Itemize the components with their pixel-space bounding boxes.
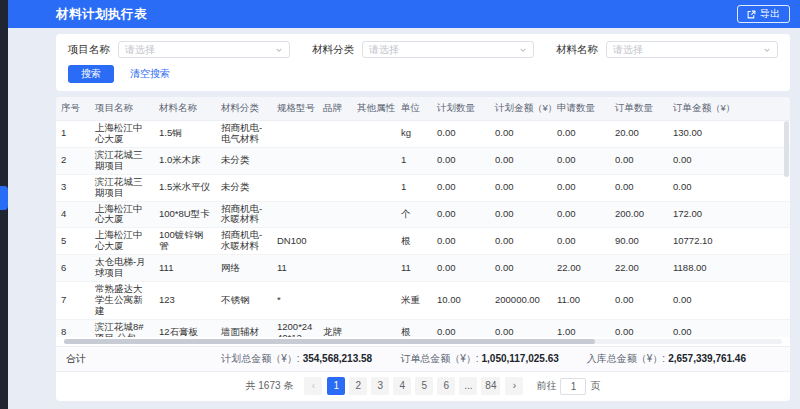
table-cell: 1.5铜 bbox=[154, 121, 216, 148]
table-cell: 10772.10 bbox=[668, 228, 790, 255]
table-cell: 滨江花城8#项目-分包 bbox=[90, 319, 154, 337]
main-area: 材料计划执行表 导出 项目名称 请选择 bbox=[8, 0, 800, 409]
table-cell: 个 bbox=[396, 201, 432, 228]
goto-page-input[interactable] bbox=[560, 378, 586, 395]
export-label: 导出 bbox=[760, 9, 780, 19]
column-header: 订单数量 bbox=[610, 97, 668, 121]
table-row: 6太仓电梯-月球项目111网络11110.000.0022.0022.00118… bbox=[56, 255, 790, 282]
select-placeholder: 请选择 bbox=[613, 43, 643, 57]
search-button[interactable]: 搜索 bbox=[68, 65, 114, 83]
table-cell: 200000.00 bbox=[490, 282, 552, 320]
next-page-button[interactable]: › bbox=[505, 377, 523, 395]
clear-search-link[interactable]: 清空搜索 bbox=[130, 67, 170, 81]
table-cell: 0.00 bbox=[610, 319, 668, 337]
table-row: 1上海松江中心大厦1.5铜招商机电-电气材料kg0.000.000.0020.0… bbox=[56, 121, 790, 148]
table-cell: 米重 bbox=[396, 282, 432, 320]
table-cell: 130.00 bbox=[668, 121, 790, 148]
table-cell bbox=[318, 174, 352, 201]
table-cell: 招商机电-电气材料 bbox=[216, 121, 272, 148]
table-cell: 0.00 bbox=[432, 121, 490, 148]
content-area: 项目名称 请选择 材料分类 请选择 bbox=[8, 28, 800, 409]
table-cell: 0.00 bbox=[552, 147, 610, 174]
table-cell: 0.00 bbox=[668, 319, 790, 337]
table-row: 3滨江花城三期项目1.5米水平仪未分类10.000.000.000.000.00 bbox=[56, 174, 790, 201]
table-cell: 3 bbox=[56, 174, 90, 201]
filter-actions: 搜索 清空搜索 bbox=[68, 65, 778, 83]
table-cell: 0.00 bbox=[490, 174, 552, 201]
pagination-pages: 123456...84 bbox=[327, 377, 500, 395]
table-cell: 未分类 bbox=[216, 174, 272, 201]
table-cell: 1.00 bbox=[552, 319, 610, 337]
page-button-4[interactable]: 4 bbox=[393, 377, 411, 395]
material-name-select[interactable]: 请选择 bbox=[606, 41, 778, 58]
table-cell: 100*8U型卡 bbox=[154, 201, 216, 228]
sidebar-expand-handle[interactable] bbox=[0, 186, 8, 210]
project-name-select[interactable]: 请选择 bbox=[118, 41, 290, 58]
summary-items: 计划总金额（¥）:354,568,213.58订单总金额（¥）:1,050,11… bbox=[221, 352, 780, 366]
table-cell: 0.00 bbox=[610, 174, 668, 201]
vertical-scrollbar-thumb[interactable] bbox=[784, 121, 789, 177]
chevron-down-icon bbox=[763, 46, 771, 54]
table-cell: 1.0米木床 bbox=[154, 147, 216, 174]
vertical-scrollbar[interactable] bbox=[784, 121, 789, 321]
table-cell: 0.00 bbox=[668, 174, 790, 201]
table-cell bbox=[272, 121, 318, 148]
table-cell: 172.00 bbox=[668, 201, 790, 228]
summary-item-value: 2,657,339,761.46 bbox=[668, 353, 746, 364]
goto-suffix-label: 页 bbox=[590, 379, 600, 393]
summary-item-label: 计划总金额（¥）: bbox=[221, 353, 299, 364]
filter-material-category: 材料分类 请选择 bbox=[312, 41, 534, 58]
table-cell: 招商机电-水暖材料 bbox=[216, 228, 272, 255]
table-row: 7常熟盛达大学生公寓新建123不锈钢*米重10.00200000.0011.00… bbox=[56, 282, 790, 320]
table-cell: 200.00 bbox=[610, 201, 668, 228]
table-row: 4上海松江中心大厦100*8U型卡招商机电-水暖材料个0.000.000.002… bbox=[56, 201, 790, 228]
table-cell: 0.00 bbox=[432, 319, 490, 337]
summary-item-label: 入库总金额（¥）: bbox=[587, 353, 665, 364]
page-button-2[interactable]: 2 bbox=[349, 377, 367, 395]
pagination: 共 1673 条 ‹ 123456...84 › 前往 页 bbox=[56, 372, 790, 401]
column-header: 规格型号 bbox=[272, 97, 318, 121]
table-cell: 22.00 bbox=[552, 255, 610, 282]
page-button-84[interactable]: 84 bbox=[481, 377, 500, 395]
summary-row: 合计 计划总金额（¥）:354,568,213.58订单总金额（¥）:1,050… bbox=[56, 346, 790, 372]
column-header: 项目名称 bbox=[90, 97, 154, 121]
table-cell bbox=[352, 282, 396, 320]
table-cell: 未分类 bbox=[216, 147, 272, 174]
horizontal-scrollbar[interactable] bbox=[64, 339, 782, 344]
page-button-3[interactable]: 3 bbox=[371, 377, 389, 395]
summary-item-label: 订单总金额（¥）: bbox=[400, 353, 478, 364]
page-button-6[interactable]: 6 bbox=[437, 377, 455, 395]
table-cell: 111 bbox=[154, 255, 216, 282]
table-cell: 0.00 bbox=[432, 255, 490, 282]
table-cell: * bbox=[272, 282, 318, 320]
table-cell: 0.00 bbox=[610, 282, 668, 320]
materials-table: 序号项目名称材料名称材料分类规格型号品牌其他属性单位计划数量计划金额（¥）申请数… bbox=[56, 97, 790, 337]
page-button-1[interactable]: 1 bbox=[327, 377, 345, 395]
chevron-down-icon bbox=[275, 46, 283, 54]
table-cell: 常熟盛达大学生公寓新建 bbox=[90, 282, 154, 320]
table-cell: 0.00 bbox=[490, 121, 552, 148]
table-cell bbox=[352, 228, 396, 255]
column-header: 品牌 bbox=[318, 97, 352, 121]
export-button[interactable]: 导出 bbox=[737, 5, 790, 23]
select-placeholder: 请选择 bbox=[125, 43, 155, 57]
horizontal-scrollbar-thumb[interactable] bbox=[64, 339, 595, 344]
table-cell: 0.00 bbox=[490, 319, 552, 337]
table-cell bbox=[352, 255, 396, 282]
table-cell: 1.5米水平仪 bbox=[154, 174, 216, 201]
table-cell: 1188.00 bbox=[668, 255, 790, 282]
prev-page-button[interactable]: ‹ bbox=[304, 377, 322, 395]
table-cell: 上海松江中心大厦 bbox=[90, 228, 154, 255]
table-cell: 1 bbox=[396, 174, 432, 201]
column-header: 申请数量 bbox=[552, 97, 610, 121]
material-category-select[interactable]: 请选择 bbox=[362, 41, 534, 58]
table-cell: 12石膏板 bbox=[154, 319, 216, 337]
table-cell: 0.00 bbox=[490, 228, 552, 255]
summary-item: 计划总金额（¥）:354,568,213.58 bbox=[221, 352, 372, 366]
table-cell: 1 bbox=[396, 147, 432, 174]
table-cell: 22.00 bbox=[610, 255, 668, 282]
page-button-5[interactable]: 5 bbox=[415, 377, 433, 395]
pagination-ellipsis[interactable]: ... bbox=[459, 377, 477, 395]
page: 材料计划执行表 导出 项目名称 请选择 bbox=[0, 0, 800, 409]
pagination-total: 共 1673 条 bbox=[246, 379, 294, 393]
